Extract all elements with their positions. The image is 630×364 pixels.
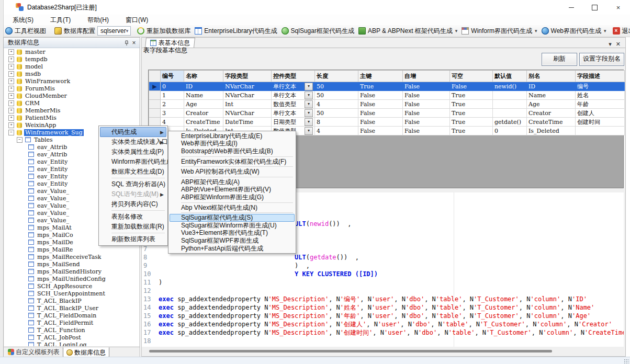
tree-node-table[interactable]: mps_MailReceiveTask <box>4 253 139 260</box>
expand-icon[interactable]: + <box>8 49 14 55</box>
submenu-item[interactable]: Abp VNext框架代码生成(N) <box>170 204 295 212</box>
submenu-item[interactable]: Vue3+Element界面代码生成(T) <box>170 230 295 237</box>
grid-cell[interactable] <box>493 91 527 100</box>
chevron-down-icon[interactable]: ▾ <box>305 100 313 108</box>
grid-cell[interactable]: False <box>358 109 403 118</box>
context-menu-item[interactable]: SQL 查询分析器(A) <box>100 179 166 189</box>
grid-cell[interactable]: Is_Deleted <box>527 127 576 135</box>
column-header[interactable]: 默认值 <box>493 71 527 82</box>
control-type-combobox[interactable]: 数值类型▾ <box>273 100 313 108</box>
column-header[interactable]: 控件类型 <box>272 71 315 82</box>
chevron-down-icon[interactable]: ▾ <box>604 28 606 33</box>
column-header[interactable]: 字段描述 <box>576 71 625 82</box>
context-menu-item[interactable]: 刷新数据库列表 <box>100 234 166 244</box>
submenu-item[interactable]: SqlSugar框架Winform界面生成(U) <box>170 222 295 230</box>
editor-hscrollbar[interactable] <box>142 347 624 356</box>
grid-cell[interactable]: 4 <box>315 127 358 135</box>
grid-cell[interactable]: Creator <box>184 109 223 118</box>
context-menu-item[interactable]: 代码生成▶ <box>100 127 166 137</box>
tree-node-table[interactable]: mps_MailSend <box>4 260 139 268</box>
grid-cell[interactable]: 创建时间 <box>576 118 625 127</box>
grid-cell[interactable]: newid() <box>493 82 527 91</box>
menubar-item[interactable]: 工具(T) <box>45 15 76 26</box>
grid-cell[interactable]: 50 <box>315 82 358 91</box>
expand-icon[interactable]: + <box>8 86 14 92</box>
column-header[interactable]: 长度 <box>315 71 358 82</box>
tree-node-table[interactable]: T_ACL_Function <box>4 326 139 334</box>
context-menu-item[interactable]: 数据库文档生成(D) <box>100 167 166 177</box>
set-field-alias-button[interactable]: 设置字段别名 <box>579 53 624 66</box>
grid-cell[interactable]: 4 <box>161 118 184 127</box>
chevron-down-icon[interactable]: ▾ <box>305 118 313 126</box>
row-selector-cell[interactable] <box>149 109 161 118</box>
tree-node-database[interactable]: +PatientMis <box>4 114 139 121</box>
grid-cell[interactable]: 8 <box>315 118 358 127</box>
grid-cell[interactable]: False <box>403 100 450 109</box>
context-menu-item[interactable]: 实体类生成快速入口▶ <box>100 137 166 147</box>
control-type-cell[interactable]: 单行文本▾ <box>272 109 315 118</box>
control-type-cell[interactable]: 单行文本▾ <box>272 91 315 100</box>
expand-icon[interactable]: + <box>8 93 14 99</box>
row-selector-cell[interactable] <box>149 118 161 127</box>
menubar-item[interactable]: 帮助(H) <box>82 15 114 26</box>
grid-cell[interactable]: 创建人 <box>576 109 625 118</box>
panel-tab-templates[interactable]: 自定义模板列表 <box>5 347 63 357</box>
control-type-combobox[interactable]: 单行文本▾ <box>273 92 313 99</box>
context-menu-item[interactable]: SQL语句生成(M)▶ <box>100 189 166 199</box>
expand-icon[interactable]: + <box>8 115 14 121</box>
chevron-down-icon[interactable]: ▾ <box>305 127 313 135</box>
submenu-item[interactable]: SqlSugar框架代码生成(S) <box>170 214 295 222</box>
expand-icon[interactable]: − <box>17 137 22 143</box>
grid-cell[interactable]: CreateTime <box>527 118 576 127</box>
refresh-button[interactable]: 刷新 <box>542 53 577 66</box>
minimize-button[interactable] <box>559 0 583 15</box>
grid-cell[interactable]: 编号 <box>576 82 625 91</box>
grid-cell[interactable]: True <box>450 127 493 135</box>
tree-node-table[interactable]: SCH_AppResource <box>4 282 139 290</box>
grid-cell[interactable]: True <box>450 109 493 118</box>
chevron-down-icon[interactable]: ▾ <box>305 83 313 90</box>
tree-node-table[interactable]: T_ACL_BlackIP_User <box>4 304 139 312</box>
row-selector-header[interactable] <box>149 71 161 82</box>
panel-tab-database-info[interactable]: 数据库信息 <box>63 347 109 358</box>
grid-cell[interactable]: ID <box>527 82 576 91</box>
grid-cell[interactable]: getdate() <box>493 118 527 127</box>
grid-cell[interactable] <box>493 100 527 109</box>
submenu-item[interactable]: EntityFramework实体框架代码生成(F) <box>170 158 295 166</box>
toolbar-abp-button[interactable]: ABP & ABPNext 框架代码生成 ▾ <box>356 26 459 36</box>
grid-cell[interactable]: 2 <box>161 100 184 109</box>
grid-cell[interactable]: Age <box>527 100 576 109</box>
toolbar-winform-button[interactable]: Winform界面代码生成 ▾ <box>459 26 539 36</box>
grid-cell[interactable]: False <box>403 109 450 118</box>
grid-cell[interactable]: 1 <box>161 91 184 100</box>
tab-list-dropdown-icon[interactable]: ▾ <box>609 41 612 48</box>
tree-node-table[interactable]: SCH_UserAppointment <box>4 290 139 297</box>
tree-node-table[interactable]: T_ACL_BlackIP <box>4 297 139 304</box>
grid-cell[interactable]: True <box>450 91 493 100</box>
grid-cell[interactable]: 年龄 <box>576 100 625 109</box>
control-type-cell[interactable]: 数值类型▾ <box>272 100 315 109</box>
row-selector-cell[interactable] <box>149 100 161 109</box>
submenu-item[interactable]: ABP框架代码生成(A) <box>170 178 295 186</box>
tree-node-database[interactable]: +CloudMember <box>4 92 139 99</box>
column-header[interactable]: 名称 <box>184 71 223 82</box>
expand-icon[interactable]: + <box>8 122 14 128</box>
grid-cell[interactable]: NVarChar <box>223 82 272 91</box>
control-type-combobox[interactable]: 单行文本▾ <box>273 109 313 117</box>
expand-icon[interactable]: + <box>8 78 14 84</box>
grid-cell[interactable]: 4 <box>315 100 358 109</box>
tree-node-database[interactable]: +CRM <box>4 99 139 107</box>
row-selector-cell[interactable]: ▶ <box>149 82 161 91</box>
submenu-item[interactable]: Web界面代码生成(I) <box>170 140 295 148</box>
submenu-item[interactable]: ABP框架Winform界面生成(G) <box>170 194 295 201</box>
tree-node-table[interactable]: T_ACL_FieldPermit <box>4 319 139 326</box>
hscrollbar-thumb[interactable] <box>149 350 552 352</box>
toolbar-web-button[interactable]: Web界面代码生成 ▾ <box>539 26 609 36</box>
submenu-item[interactable]: Bootstrap的Web界面代码生成(B) <box>170 147 295 155</box>
expand-icon[interactable]: + <box>8 71 14 77</box>
grid-cell[interactable] <box>493 109 527 118</box>
grid-cell[interactable]: Name <box>527 91 576 100</box>
expand-icon[interactable]: + <box>8 100 14 106</box>
toolbar-view-button[interactable]: 工具栏视图 <box>3 26 48 36</box>
grid-cell[interactable]: False <box>403 118 450 127</box>
